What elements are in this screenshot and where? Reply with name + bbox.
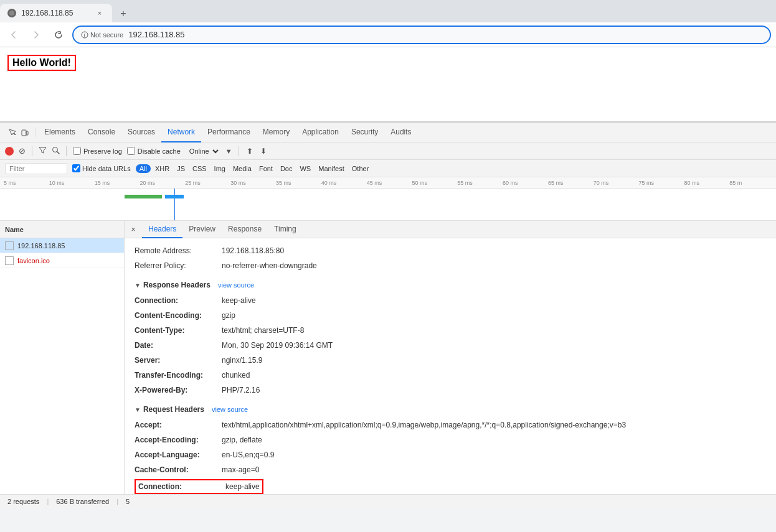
request-headers-view-source[interactable]: view source — [212, 406, 248, 413]
toolbar-separator-3 — [239, 146, 239, 156]
throttle-dropdown-icon[interactable]: ▼ — [225, 147, 232, 155]
request-item-1[interactable]: favicon.ico — [0, 253, 124, 268]
tab-performance[interactable]: Performance — [201, 123, 257, 142]
preserve-log-label[interactable]: Preserve log — [73, 147, 122, 155]
timeline-content — [0, 189, 776, 220]
req-favicon-icon — [5, 256, 14, 265]
devtools-icons — [2, 128, 35, 138]
address-bar: i Not secure — [0, 22, 776, 47]
tab-console[interactable]: Console — [82, 123, 121, 142]
filter-js[interactable]: JS — [174, 164, 188, 174]
tick-1: 5 ms — [2, 180, 48, 186]
filter-doc[interactable]: Doc — [277, 164, 296, 174]
search-button[interactable] — [52, 146, 60, 156]
tab-close-button[interactable]: × — [95, 8, 105, 18]
req-header-connection: Connection: keep-alive — [135, 477, 766, 494]
resp-header-x-powered-by: X-Powered-By: PHP/7.2.16 — [135, 383, 766, 398]
record-button[interactable] — [5, 147, 14, 156]
clear-button[interactable]: ⊘ — [19, 146, 26, 156]
resp-header-content-encoding: Content-Encoding: gzip — [135, 308, 766, 323]
tab-network[interactable]: Network — [161, 123, 201, 142]
dtab-timing[interactable]: Timing — [268, 221, 303, 238]
filter-ws[interactable]: WS — [296, 164, 314, 174]
dtab-preview[interactable]: Preview — [182, 221, 222, 238]
secure-indicator: i Not secure — [81, 31, 123, 39]
filter-media[interactable]: Media — [230, 164, 255, 174]
tab-memory[interactable]: Memory — [257, 123, 296, 142]
inspect-icon[interactable] — [7, 128, 17, 138]
throttle-select[interactable]: Online — [186, 147, 220, 156]
requests-header: Name — [0, 221, 124, 238]
svg-line-6 — [57, 151, 60, 154]
response-headers-title: Response Headers — [143, 281, 211, 289]
tick-10: 50 ms — [410, 180, 456, 186]
requests-count: 2 requests — [7, 498, 39, 505]
status-bar: 2 requests | 636 B transferred | 5 — [0, 494, 776, 508]
resp-header-connection: Connection: keep-alive — [135, 293, 766, 308]
tick-13: 65 ms — [547, 180, 592, 186]
hide-data-urls-checkbox[interactable] — [72, 164, 80, 172]
url-bar[interactable]: i Not secure — [72, 26, 771, 44]
timeline: 5 ms 10 ms 15 ms 20 ms 25 ms 30 ms 35 ms… — [0, 177, 776, 221]
requests-panel: Name 192.168.118.85 favicon.ico — [0, 221, 125, 494]
req-header-accept: Accept: text/html,application/xhtml+xml,… — [135, 418, 766, 432]
toolbar-separator-2 — [66, 146, 67, 156]
hide-data-urls-label[interactable]: Hide data URLs — [72, 164, 131, 172]
request-item-0[interactable]: 192.168.118.85 — [0, 238, 124, 253]
filter-other[interactable]: Other — [349, 164, 372, 174]
tab-audits[interactable]: Audits — [384, 123, 417, 142]
tab-security[interactable]: Security — [345, 123, 384, 142]
filter-button[interactable] — [39, 146, 47, 156]
filter-css[interactable]: CSS — [189, 164, 210, 174]
filter-img[interactable]: Img — [211, 164, 229, 174]
type-filter-buttons: All XHR JS CSS Img Media Font Doc WS Man… — [136, 164, 372, 174]
import-button[interactable]: ⬆ — [245, 147, 254, 156]
filter-xhr[interactable]: XHR — [152, 164, 173, 174]
refresh-button[interactable] — [50, 26, 67, 44]
filter-input[interactable] — [5, 163, 67, 174]
remote-address-value: 192.168.118.85:80 — [222, 245, 284, 256]
details-close-button[interactable]: × — [127, 223, 140, 236]
transferred-size: 636 B transferred — [56, 498, 109, 505]
request-headers-section[interactable]: ▼ Request Headers view source — [135, 401, 766, 418]
tick-14: 70 ms — [592, 180, 638, 186]
req-header-accept-encoding: Accept-Encoding: gzip, deflate — [135, 432, 766, 447]
filter-all[interactable]: All — [136, 164, 151, 173]
tick-16: 80 ms — [683, 180, 728, 186]
filter-font[interactable]: Font — [256, 164, 276, 174]
export-button[interactable]: ⬇ — [259, 147, 268, 156]
disable-cache-label[interactable]: Disable cache — [127, 147, 181, 155]
req-bar-1 — [125, 195, 162, 198]
new-tab-button[interactable]: + — [115, 5, 132, 22]
forward-button[interactable] — [27, 26, 45, 44]
dtab-headers[interactable]: Headers — [142, 221, 182, 238]
page-content: Hello World! — [0, 47, 776, 122]
tab-sources[interactable]: Sources — [121, 123, 161, 142]
dtab-response[interactable]: Response — [222, 221, 268, 238]
tab-application[interactable]: Application — [296, 123, 345, 142]
response-headers-section[interactable]: ▼ Response Headers view source — [135, 277, 766, 293]
filter-manifest[interactable]: Manifest — [315, 164, 348, 174]
details-tab-bar: × Headers Preview Response Timing — [125, 221, 776, 238]
svg-point-0 — [9, 11, 14, 16]
tab-favicon-icon — [7, 9, 16, 17]
tick-17: 85 m — [728, 180, 774, 186]
svg-rect-3 — [22, 130, 26, 136]
response-headers-view-source[interactable]: view source — [218, 281, 254, 289]
connection-highlighted: Connection: keep-alive — [135, 479, 263, 494]
browser-tab[interactable]: 192.168.118.85 × — [0, 4, 112, 22]
preserve-log-checkbox[interactable] — [73, 147, 81, 155]
tick-3: 15 ms — [93, 180, 139, 186]
tick-9: 45 ms — [366, 180, 411, 186]
browser-window: 192.168.118.85 × + i Not secure Hello Wo… — [0, 0, 776, 508]
tick-7: 35 ms — [275, 180, 320, 186]
url-input[interactable] — [128, 30, 762, 39]
response-headers-arrow: ▼ — [135, 282, 141, 289]
timeline-bars — [0, 194, 776, 200]
timeline-ruler: 5 ms 10 ms 15 ms 20 ms 25 ms 30 ms 35 ms… — [0, 177, 776, 189]
tab-elements[interactable]: Elements — [38, 123, 82, 142]
device-toggle-icon[interactable] — [20, 128, 30, 138]
disable-cache-checkbox[interactable] — [127, 147, 135, 155]
back-button[interactable] — [5, 26, 22, 44]
tick-2: 10 ms — [48, 180, 93, 186]
